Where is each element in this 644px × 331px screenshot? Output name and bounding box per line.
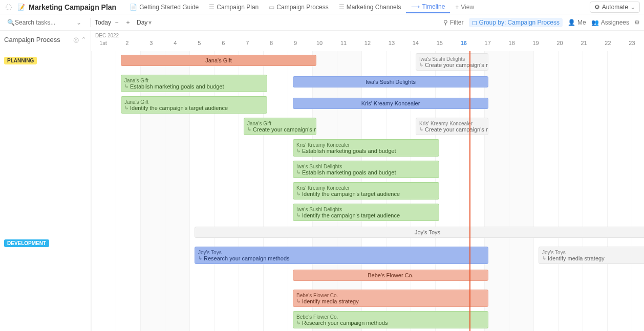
- settings-button[interactable]: ⚙: [634, 19, 640, 26]
- grid-line: [632, 51, 632, 331]
- group-development[interactable]: DEVELOPMENT: [4, 239, 49, 247]
- timeline-bar[interactable]: Iwa's Sushi Delights: [293, 76, 488, 87]
- day-header[interactable]: 10: [308, 40, 332, 51]
- subtask-icon: ↳: [296, 320, 300, 325]
- group-planning[interactable]: PLANNING: [4, 57, 37, 64]
- bar-project: Kris' Kreamy Koncealer: [296, 142, 436, 148]
- tab-label: Getting Started Guide: [139, 4, 199, 11]
- grid-line: [189, 51, 190, 331]
- zoom-selector[interactable]: Day▾: [137, 19, 152, 26]
- group-icon: ◻: [472, 19, 477, 26]
- timeline-bar[interactable]: Iwa's Sushi Delights↳Establish marketing…: [293, 161, 439, 178]
- search-input-wrapper[interactable]: 🔍 ⌄: [4, 18, 86, 27]
- chevron-down-icon: ⌄: [630, 4, 635, 11]
- day-header[interactable]: 6: [211, 40, 235, 51]
- bar-task: ↳Establish marketing goals and budget: [296, 169, 436, 175]
- day-header[interactable]: 11: [332, 40, 356, 51]
- timeline-bar[interactable]: Kris' Kreamy Koncealer↳Establish marketi…: [293, 139, 439, 157]
- groupby-button[interactable]: ◻Group by: Campaign Process: [469, 18, 563, 27]
- day-header[interactable]: 23: [620, 40, 644, 51]
- bar-project: Joy's Toys: [542, 250, 644, 255]
- weekend-shade: [140, 51, 165, 331]
- bar-task: Jana's Gift: [205, 57, 232, 63]
- tab-timeline[interactable]: ⟶Timeline: [406, 1, 450, 13]
- chevron-down-icon[interactable]: ⌄: [76, 19, 81, 26]
- grid-line: [239, 51, 239, 331]
- tab-marketing-channels[interactable]: ☰Marketing Channels: [334, 2, 406, 13]
- tab-label: Marketing Channels: [347, 4, 401, 11]
- subtask-icon: ↳: [296, 298, 300, 304]
- zoom-in-button[interactable]: +: [123, 18, 133, 27]
- timeline-bar[interactable]: Jana's Gift: [121, 55, 316, 66]
- day-header[interactable]: 19: [524, 40, 548, 51]
- bar-task: ↳Establish marketing goals and budget: [296, 148, 436, 154]
- day-header[interactable]: 14: [403, 40, 427, 51]
- timeline-bar[interactable]: Joy's Toys↳Identify media strategy: [539, 247, 644, 264]
- bar-task: ↳Establish marketing goals and budget: [124, 83, 264, 90]
- day-header[interactable]: 22: [596, 40, 620, 51]
- search-icon: 🔍: [7, 19, 15, 26]
- day-header[interactable]: 20: [548, 40, 572, 51]
- timeline-icon: ⟶: [411, 3, 420, 10]
- svg-point-0: [6, 4, 12, 10]
- add-view-button[interactable]: +View: [450, 2, 479, 13]
- tab-getting-started[interactable]: 📄Getting Started Guide: [124, 2, 204, 13]
- grid-line: [91, 51, 92, 331]
- subtask-icon: ↳: [542, 255, 546, 261]
- timeline-bar[interactable]: Bebe's Flower Co.: [293, 270, 488, 281]
- filter-label: Filter: [450, 19, 464, 26]
- app-icon: [4, 3, 13, 12]
- tab-campaign-plan[interactable]: ☰Campaign Plan: [204, 2, 264, 13]
- timeline-bar[interactable]: Joy's Toys↳Research your campaign method…: [195, 247, 488, 264]
- day-header[interactable]: 8: [260, 40, 284, 51]
- automate-button[interactable]: ⚙ Automate ⌄: [590, 2, 640, 13]
- day-header[interactable]: 7: [235, 40, 260, 51]
- timeline-bar[interactable]: Kris' Kreamy Koncealer↳Identify the camp…: [293, 182, 439, 200]
- eye-icon[interactable]: ◎: [73, 36, 79, 43]
- today-button[interactable]: Today: [95, 19, 111, 26]
- day-header[interactable]: 15: [427, 40, 452, 51]
- timeline-bar[interactable]: Joy's Toys: [195, 227, 644, 238]
- assignees-button[interactable]: 👥Assignees: [591, 19, 629, 26]
- timeline-bar[interactable]: Bebe's Flower Co.↳Identify media strateg…: [293, 290, 488, 307]
- day-header[interactable]: 5: [187, 40, 211, 51]
- bar-project: Jana's Gift: [124, 78, 264, 83]
- day-header[interactable]: 2: [115, 40, 139, 51]
- timeline-bar[interactable]: Jana's Gift↳Establish marketing goals an…: [121, 75, 267, 92]
- day-header[interactable]: 17: [476, 40, 500, 51]
- day-header[interactable]: 21: [572, 40, 596, 51]
- day-header[interactable]: 4: [163, 40, 187, 51]
- filter-button[interactable]: ⚲Filter: [443, 19, 464, 26]
- day-header[interactable]: 3: [139, 40, 163, 51]
- timeline-bar[interactable]: Kris' Kreamy Koncealer: [293, 98, 488, 109]
- day-header[interactable]: 9: [284, 40, 308, 51]
- timeline-bar[interactable]: Iwa's Sushi Delights↳Identify the campai…: [293, 204, 439, 221]
- bar-task: ↳Identify the campaign's target audience: [296, 191, 436, 197]
- subtask-icon: ↳: [124, 83, 128, 89]
- search-input[interactable]: [15, 19, 76, 26]
- timeline-area[interactable]: DEC 2022 1st2345678910111213141516171819…: [91, 31, 644, 331]
- day-header[interactable]: 18: [500, 40, 524, 51]
- day-header[interactable]: 13: [379, 40, 403, 51]
- grid-line: [214, 51, 214, 331]
- bar-task: ↳Create your campaign's m...: [419, 62, 485, 68]
- collapse-icon[interactable]: ⌃: [81, 36, 87, 43]
- day-header[interactable]: 1st: [91, 40, 115, 51]
- timeline-bar[interactable]: Kris' Kreamy Koncealer↳Create your campa…: [416, 118, 488, 135]
- gear-icon: ⚙: [634, 19, 640, 26]
- day-header[interactable]: 12: [355, 40, 379, 51]
- bar-task: ↳Create your campaign's m...: [247, 126, 313, 133]
- bar-task: ↳Identify media strategy: [296, 298, 485, 304]
- grid-line: [165, 51, 165, 331]
- me-button[interactable]: 👤Me: [568, 19, 586, 26]
- timeline-bar[interactable]: Bebe's Flower Co.↳Research your campaign…: [293, 311, 488, 328]
- bar-task: Joy's Toys: [415, 229, 440, 235]
- zoom-out-button[interactable]: −: [112, 18, 121, 27]
- timeline-bar[interactable]: Jana's Gift↳Create your campaign's m...: [244, 118, 316, 135]
- add-view-label: View: [461, 4, 474, 11]
- timeline-bar[interactable]: Jana's Gift↳Identify the campaign's targ…: [121, 96, 267, 114]
- tab-campaign-process[interactable]: ▭Campaign Process: [264, 2, 333, 13]
- divider: [90, 18, 91, 27]
- timeline-bar[interactable]: Iwa's Sushi Delights↳Create your campaig…: [416, 53, 488, 71]
- day-header[interactable]: 16: [452, 40, 476, 51]
